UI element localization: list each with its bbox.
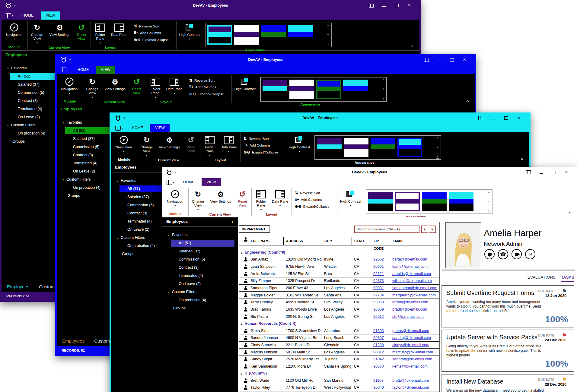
change-view-button[interactable]: ↻Change View▾ [83,76,102,99]
tab-view[interactable]: VIEW [202,178,221,186]
table-row[interactable]: Marcus Orbison501 N Main StLos AngelesCA… [239,349,439,356]
expand-collapse-button[interactable]: ⊕⊖Expand/Collapse [244,150,278,154]
column-header-state[interactable]: STATE [352,237,371,245]
reset-view-button[interactable]: ↺Reset View [183,134,199,153]
module-tab-employees[interactable]: Employees [7,284,29,289]
appearance-swatch-cyan-blue-black[interactable] [449,192,473,211]
maximize-button[interactable] [449,58,454,62]
chat-button[interactable] [484,249,495,259]
tab-home[interactable]: HOME [127,124,148,132]
video-button[interactable] [512,249,522,259]
appearance-swatch-white-purple-white[interactable] [344,138,368,157]
switch-windows-button[interactable] [478,116,483,120]
gallery-scroll[interactable]: ▲▼▼ [486,191,491,213]
gallery-scroll[interactable]: ▲▼▼ [326,24,330,46]
ribbon-collapse-button[interactable]: ^ [411,46,413,49]
folder-pane-button[interactable]: Folder Pane▾ [200,134,219,157]
file-menu-button[interactable]: ▾ [6,13,13,18]
navigation-button[interactable]: Navigation▾ [111,134,136,153]
table-row[interactable]: Sandra Johnson4600 N Virginia Rd.Long Be… [239,334,439,342]
appearance-swatch-purple-cyan-black[interactable] [317,138,342,157]
table-row[interactable]: Arnie Schwartz125 W Elm StBreaCA92821arn… [239,270,439,277]
file-menu-button[interactable]: ▾ [61,68,69,72]
quick-access-caret-icon[interactable]: ▾ [124,116,125,119]
table-row[interactable]: Ken Samuelson12100 Mora DrSanta Fe Sprin… [239,363,439,370]
cell-link[interactable]: 90046 [373,385,384,390]
switch-windows-button[interactable] [369,3,374,8]
high-contrast-button[interactable]: High Contrast▾ [177,21,203,41]
view-settings-button[interactable]: ⚙View Settings [207,188,234,204]
high-contrast-button[interactable]: High Contrast▾ [232,76,258,95]
ribbon-collapse-button[interactable]: ^ [521,158,523,161]
tab-home[interactable]: HOME [18,11,38,20]
table-row[interactable]: Taylor Riley7776 Torreyson DrWest Hollyw… [239,384,439,391]
cell-link[interactable]: arnolds@dx-email.com [392,272,431,276]
ribbon-collapse-button[interactable]: ^ [466,100,469,103]
cell-link[interactable]: 90069 [373,307,384,311]
appearance-swatch-blue-green-black[interactable] [422,192,447,211]
minimize-button[interactable] [491,116,496,120]
close-button[interactable]: ✕ [564,170,569,174]
high-contrast-button[interactable]: High Contrast▾ [337,188,364,208]
cell-link[interactable]: 92373 [373,279,384,283]
tree-item-terminated[interactable]: Terminated (4) [162,272,238,280]
group-header-row[interactable]: ∨Engineering (Count=9) [239,249,439,256]
cell-link[interactable]: 90670 [373,364,384,368]
expand-collapse-button[interactable]: ⊕⊖Expand/Collapse [134,37,169,42]
search-previous-button[interactable]: ∧ [421,226,428,233]
column-header-email[interactable]: EMAIL [390,237,439,245]
tree-item-all[interactable]: All (51) [162,239,238,247]
data-pane-button[interactable]: Data Pane▾ [110,21,129,41]
tree-item-on[interactable]: On probation (4) [162,296,238,304]
minimize-button[interactable] [539,170,544,174]
table-row[interactable]: Bart Arnaz13109 Old Myford RdIrvineCA926… [239,256,439,263]
cell-link[interactable]: marcuso@dx-email.com [392,350,433,354]
mail-button[interactable]: ✉ [525,249,535,259]
change-view-button[interactable]: ↻Change View▾ [189,188,207,212]
appearance-swatch-cyan-blue-black[interactable] [397,138,422,157]
column-header-zip-code[interactable]: ZIP CODE [371,237,390,245]
appearance-swatch-purple-cyan-black[interactable] [207,25,232,45]
ribbon-collapse-button[interactable]: ^ [568,212,571,215]
cell-link[interactable]: 92704 [373,293,384,297]
file-menu-button[interactable]: ▾ [167,180,174,185]
switch-windows-button[interactable] [424,58,429,62]
quick-access-caret-icon[interactable]: ▾ [175,171,177,174]
tree-item-commission[interactable]: Commission (5) [162,255,238,264]
cell-link[interactable]: stu@dx-email.com [392,315,424,319]
cell-link[interactable]: 92821 [373,272,384,276]
maximize-button[interactable] [394,3,399,8]
group-header-row[interactable]: ∨Human Resources (Count=6) [239,320,439,327]
close-button[interactable]: ✕ [516,116,521,120]
tab-evaluations[interactable]: EVALUATIONS [528,275,556,282]
tree-item-groups[interactable]: Groups [162,304,238,312]
search-input[interactable] [354,226,419,233]
expand-collapse-button[interactable]: ⊕⊖Expand/Collapse [189,92,224,96]
cell-link[interactable]: 91803 [373,329,384,333]
module-tab-employees[interactable]: Employees [62,338,84,343]
search-next-button[interactable]: ∨ [429,226,436,233]
folder-pane-button[interactable]: Folder Pane▾ [146,76,165,99]
tab-tasks[interactable]: TASKS [561,275,574,282]
table-row[interactable]: Brett Wade1120 Old Mill Rd.San MarinoCA9… [239,377,439,384]
appearance-swatch-cyan-blue-black[interactable] [288,25,313,45]
data-pane-button[interactable]: Data Pane▾ [165,76,184,95]
expand-collapse-button[interactable]: ⊕⊖Expand/Collapse [295,204,330,209]
table-row[interactable]: Billy Zimmer1325 Prospect DrRedlandsCA92… [239,277,439,285]
cell-link[interactable]: 91208 [373,343,384,347]
folder-pane-button[interactable]: Folder Pane▾ [252,188,270,212]
reset-view-button[interactable]: ↺Reset View [128,76,145,95]
tree-item-favorites[interactable]: ∨Favorites [162,231,238,239]
change-view-button[interactable]: ↻Change View▾ [28,21,46,45]
cell-link[interactable]: 90601 [373,264,384,269]
reset-view-button[interactable]: ↺Reset View [234,188,251,207]
cell-link[interactable]: 90012 [373,315,384,319]
table-row[interactable]: Terry Bradley4595 Cochran StSimi ValleyC… [239,299,439,306]
appearance-swatch-blue-green-black[interactable] [316,80,341,99]
close-button[interactable]: ✕ [462,58,467,62]
cell-link[interactable]: brettw@dx-email.com [392,378,429,383]
view-settings-button[interactable]: ⚙View Settings [46,21,73,37]
sidebar-collapse-icon[interactable]: ‹ [231,217,233,226]
cell-link[interactable]: margaretb@dx-email.com [392,293,436,297]
close-button[interactable]: ✕ [407,3,412,8]
